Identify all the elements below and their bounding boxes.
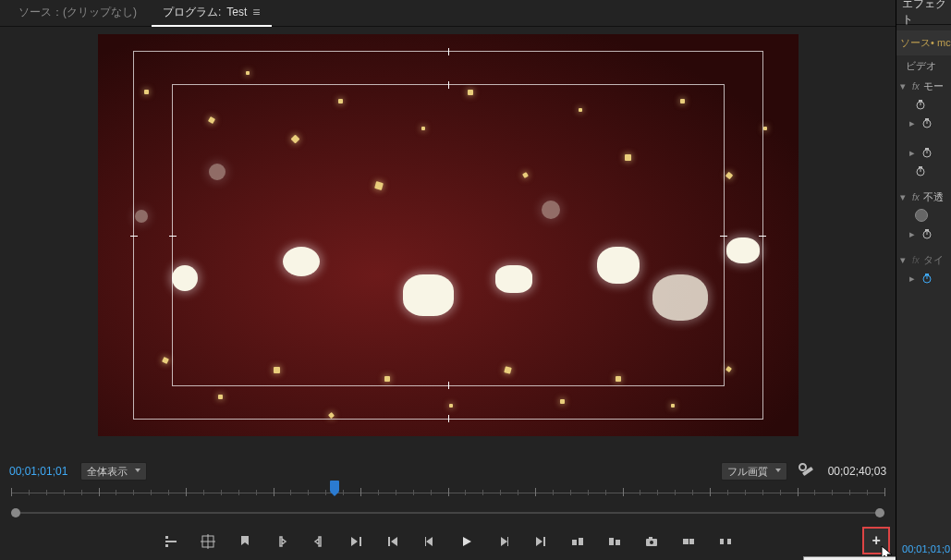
svg-rect-4 [579,538,583,545]
svg-rect-5 [609,538,614,545]
transport-bar: + ボタンエディター [0,523,896,560]
mask-row[interactable] [896,206,951,225]
insert-icon[interactable] [679,532,698,551]
twirl-icon[interactable] [909,273,918,285]
step-back-icon[interactable] [421,532,439,551]
svg-rect-6 [616,540,620,545]
tab-program-name: Test [226,6,247,18]
stopwatch-icon[interactable] [915,165,926,177]
camera-icon[interactable] [642,532,661,551]
effect-tab-label: エフェクト [902,0,951,28]
svg-rect-25 [919,166,922,168]
monitor-info-bar: 00;01;01;01 全体表示 フル画質 00;02;40;03 [0,460,896,482]
motion-row[interactable]: fx モー [896,77,951,95]
twirl-icon[interactable] [909,117,918,129]
goto-out-icon[interactable] [531,532,550,551]
tab-source-label: ソース：(クリップなし) [18,5,137,20]
time-label: タイ [923,253,944,267]
prop-row[interactable] [896,95,951,114]
goto-in-icon[interactable] [384,532,402,551]
opacity-label: 不透 [923,190,944,204]
zoom-bar[interactable] [11,506,884,519]
stopwatch-icon[interactable] [921,228,933,239]
svg-rect-19 [925,118,929,120]
effect-tab[interactable]: エフェクト [896,0,951,25]
svg-rect-28 [925,229,929,231]
zoom-handle-right[interactable] [875,508,884,517]
markers-icon[interactable] [162,532,180,551]
fx-badge-icon: fx [912,81,920,91]
timecode-current[interactable]: 00;01;01;01 [9,465,67,478]
prop-row[interactable] [896,143,951,162]
stopwatch-icon[interactable] [915,99,926,110]
monitor-tabs: ソース：(クリップなし) プログラム: Test ≡ [0,0,896,27]
marker-add-icon[interactable] [236,532,254,551]
prop-row[interactable] [896,225,951,243]
svg-rect-31 [925,274,929,275]
tab-menu-icon[interactable]: ≡ [252,5,260,19]
twirl-open-icon[interactable] [900,254,908,266]
prop-row[interactable] [896,162,951,180]
play-icon[interactable] [457,532,476,551]
panel-timecode[interactable]: 00;01;01;01 [902,543,951,554]
extract-icon[interactable] [605,532,624,551]
svg-rect-3 [572,540,577,545]
prop-row[interactable] [896,269,951,287]
tab-source[interactable]: ソース：(クリップなし) [7,0,148,27]
settings-icon[interactable] [800,464,815,479]
zoom-handle-left[interactable] [11,508,20,517]
video-frame[interactable] [98,34,799,436]
safe-margin-inner [172,84,725,386]
plus-icon: + [872,532,880,549]
twirl-open-icon[interactable] [900,80,908,92]
button-editor-tooltip: ボタンエディター [803,556,897,560]
step-fwd-icon[interactable] [494,532,513,551]
resolution-select[interactable]: フル画質 [721,462,787,481]
time-ruler[interactable] [11,482,884,505]
stopwatch-active-icon[interactable] [921,273,933,284]
svg-rect-10 [683,539,689,544]
stopwatch-icon[interactable] [921,117,933,128]
safe-margin-icon[interactable] [199,532,217,551]
zoom-select[interactable]: 全体表示 [80,462,147,481]
program-monitor-panel: ソース：(クリップなし) プログラム: Test ≡ [0,0,896,560]
opacity-row[interactable]: fx 不透 [896,188,951,206]
out-point-icon[interactable] [310,532,328,551]
monitor-area [0,27,896,460]
playhead-icon[interactable] [330,481,339,492]
twirl-icon[interactable] [909,228,918,240]
fx-badge-icon: fx [912,192,920,202]
effect-controls-panel: エフェクト ソース• mc ビデオ fx モー fx 不透 fx タイ 00;0… [896,0,951,560]
svg-rect-13 [724,537,727,546]
timecode-duration: 00;02;40;03 [828,465,886,478]
twirl-open-icon[interactable] [900,191,908,203]
overwrite-icon[interactable] [716,532,735,551]
video-header: ビデオ [896,55,951,77]
tab-program-prefix: プログラム: [163,5,221,20]
prop-row[interactable] [896,114,951,132]
svg-rect-9 [649,537,652,540]
time-remap-row[interactable]: fx タイ [896,250,951,269]
svg-rect-22 [925,148,929,150]
zoom-select-label: 全体表示 [87,465,128,479]
fx-badge-off-icon: fx [912,255,920,265]
stopwatch-icon[interactable] [921,147,933,158]
motion-label: モー [923,79,944,93]
in-point-icon[interactable] [273,532,291,551]
svg-rect-11 [689,539,694,544]
svg-rect-16 [919,100,922,102]
lift-icon[interactable] [568,532,587,551]
svg-point-8 [650,541,653,544]
twirl-icon[interactable] [909,147,918,159]
resolution-select-label: フル画質 [727,465,768,479]
tab-program[interactable]: プログラム: Test ≡ [152,0,272,27]
goto-marker-icon[interactable] [347,532,365,551]
source-line: ソース• mc [896,30,951,55]
ellipse-mask-icon[interactable] [915,209,928,222]
